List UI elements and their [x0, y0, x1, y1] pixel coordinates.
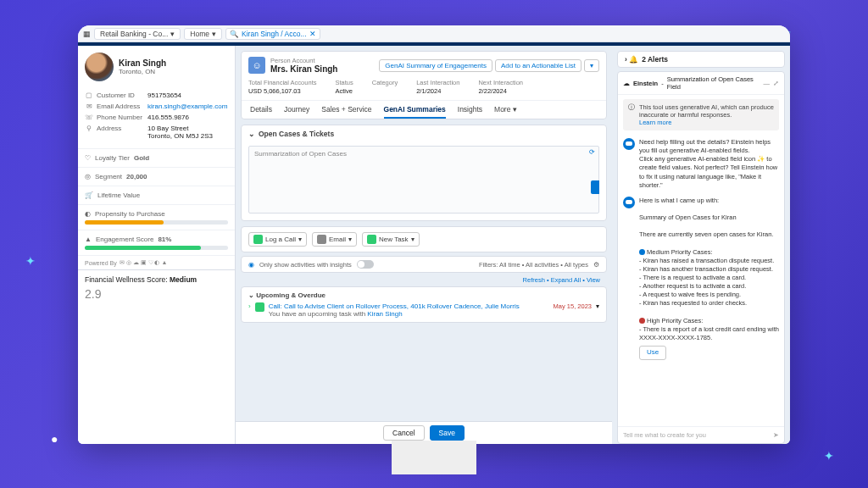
- tab-details[interactable]: Details: [250, 105, 272, 119]
- app-name-tab[interactable]: Retail Banking - Co... ▾: [94, 28, 181, 40]
- more-dropdown[interactable]: ▾: [584, 59, 599, 72]
- profile-name: Kiran Singh: [119, 58, 166, 68]
- propensity-bar: [85, 220, 228, 225]
- upcoming-section: ⌄ Upcoming & Overdue › Call: Call to Adv…: [241, 286, 607, 323]
- refresh-icon[interactable]: ⟳: [589, 148, 595, 156]
- task-date: May 15, 2023: [554, 302, 592, 310]
- learn-more-link[interactable]: Learn more: [639, 119, 671, 126]
- avatar: [85, 53, 114, 81]
- task-icon: [255, 302, 264, 312]
- filter-icon[interactable]: ⚙: [593, 261, 599, 269]
- alerts-panel[interactable]: › 🔔 2 Alerts: [617, 51, 785, 68]
- send-icon[interactable]: ➤: [773, 431, 779, 439]
- bot-icon: [623, 138, 635, 150]
- powered-by: Powered By ✉ ◎ ☁ ▣ ♡ ◐ ▲: [78, 255, 235, 269]
- einstein-prompt-input[interactable]: Tell me what to create for you: [623, 431, 706, 439]
- expand-icon[interactable]: ⤢: [773, 80, 779, 87]
- tab-sales-service[interactable]: Sales + Service: [321, 105, 371, 119]
- genai-summary-button[interactable]: GenAI Summary of Engagements: [379, 59, 492, 72]
- save-button[interactable]: Save: [430, 425, 465, 441]
- tab-insights[interactable]: Insights: [458, 105, 482, 119]
- record-header: ☺ Person Account Mrs. Kiran Singh GenAI …: [241, 51, 607, 119]
- share-tab-icon[interactable]: [591, 180, 599, 194]
- person-account-icon: ☺: [248, 57, 265, 74]
- einstein-panel: ☁ Einstein - Summarization of Open Cases…: [617, 71, 785, 444]
- add-actionable-button[interactable]: Add to an Actionable List: [495, 59, 581, 72]
- minimize-icon[interactable]: —: [764, 80, 771, 87]
- cancel-button[interactable]: Cancel: [383, 425, 424, 441]
- cart-icon: 🛒: [85, 191, 93, 199]
- gauge-icon: ◐: [85, 210, 91, 218]
- chevron-down-icon[interactable]: ▾: [596, 302, 599, 310]
- tab-journey[interactable]: Journey: [284, 105, 309, 119]
- pin-icon: ⚲: [85, 125, 93, 132]
- insights-dot-icon: ◉: [248, 261, 254, 269]
- tab-genai-summaries[interactable]: GenAI Summaries: [384, 105, 446, 119]
- refresh-link[interactable]: Refresh: [523, 276, 545, 284]
- activity-actions: Log a Call ▾ Email ▾ New Task ▾: [241, 226, 607, 252]
- wellness-panel: Financial Wellness Score: Medium 2.9: [78, 269, 235, 306]
- expand-link[interactable]: Expand All: [551, 276, 581, 284]
- chevron-right-icon[interactable]: ›: [248, 302, 251, 310]
- target-icon: ◎: [85, 173, 91, 180]
- einstein-response: Here is what I came up with: Summary of …: [639, 197, 779, 360]
- open-cases-card: ⌄Open Cases & Tickets Summarization of O…: [241, 125, 607, 221]
- info-icon: ⓘ: [628, 103, 635, 126]
- record-tab[interactable]: 🔍 Kiran Singh / Acco... ✕: [225, 28, 320, 40]
- log-call-button[interactable]: Log a Call ▾: [248, 232, 307, 247]
- einstein-icon: ☁: [623, 80, 630, 87]
- tab-more[interactable]: More ▾: [494, 105, 517, 119]
- email-icon: ✉: [85, 103, 93, 110]
- app-window: ▦ Retail Banking - Co... ▾ Home ▾ 🔍 Kira…: [78, 25, 790, 444]
- email-button[interactable]: Email ▾: [312, 232, 357, 247]
- heart-icon: ♡: [85, 154, 91, 162]
- record-tabs: Details Journey Sales + Service GenAI Su…: [242, 100, 606, 119]
- bot-icon: [623, 197, 635, 208]
- insights-toggle[interactable]: [357, 260, 374, 269]
- account-name: Mrs. Kiran Singh: [270, 64, 337, 74]
- use-button[interactable]: Use: [639, 346, 666, 360]
- phone-icon: ☏: [85, 114, 93, 121]
- chart-icon: ▲: [85, 236, 92, 243]
- view-link[interactable]: View: [587, 276, 600, 284]
- task-link[interactable]: Call: Call to Advise Client on Rollover …: [269, 302, 520, 310]
- app-topbar: ▦ Retail Banking - Co... ▾ Home ▾ 🔍 Kira…: [78, 25, 790, 42]
- profile-sidebar: Kiran Singh Toronto, ON ▢Customer ID9517…: [78, 46, 236, 444]
- profile-location: Toronto, ON: [119, 68, 166, 75]
- id-icon: ▢: [85, 92, 93, 99]
- summarization-field[interactable]: Summarization of Open Cases ⟳: [248, 146, 599, 214]
- engagement-bar: [85, 246, 228, 250]
- new-task-button[interactable]: New Task ▾: [362, 232, 420, 247]
- chevron-down-icon[interactable]: ⌄: [248, 130, 255, 138]
- home-tab[interactable]: Home ▾: [184, 28, 222, 40]
